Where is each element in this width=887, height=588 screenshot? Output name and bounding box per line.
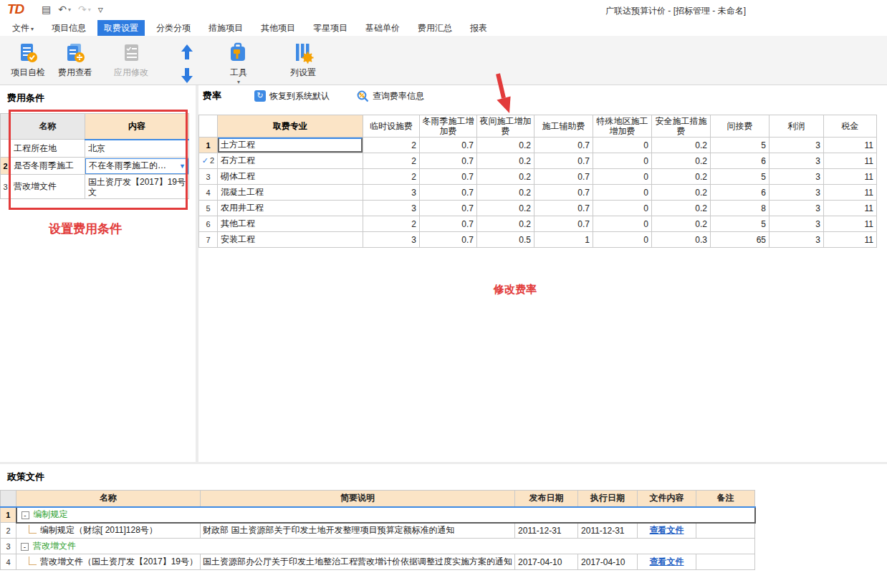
rate-value-cell[interactable]: 11 xyxy=(824,201,877,216)
rate-value-cell[interactable]: 3 xyxy=(769,153,824,169)
policy-note-cell[interactable] xyxy=(696,554,755,570)
rate-value-cell[interactable]: 3 xyxy=(363,201,420,216)
rate-value-cell[interactable]: 5 xyxy=(711,169,769,185)
rate-row-header[interactable]: 3 xyxy=(199,169,218,185)
policy-group-row[interactable]: -营改增文件 xyxy=(16,539,755,554)
rate-value-cell[interactable]: 0.7 xyxy=(534,216,593,232)
rate-value-cell[interactable]: 0.7 xyxy=(420,138,477,153)
policy-publish-date-cell[interactable]: 2017-04-10 xyxy=(515,554,578,570)
rate-value-cell[interactable]: 0.7 xyxy=(534,169,593,185)
move-down-button[interactable] xyxy=(181,67,193,83)
rate-value-cell[interactable]: 5 xyxy=(711,216,769,232)
policy-execute-date-cell[interactable]: 2011-12-31 xyxy=(578,523,638,539)
collapse-minus-icon[interactable]: - xyxy=(21,543,29,551)
policy-group-row[interactable]: -编制规定 xyxy=(16,507,755,523)
menu-tab-文件[interactable]: 文件▾ xyxy=(6,20,40,37)
rate-value-cell[interactable]: 5 xyxy=(711,138,769,153)
rate-profession-cell[interactable]: 混凝土工程 xyxy=(218,185,363,201)
rate-value-cell[interactable]: 0 xyxy=(593,232,652,248)
policy-note-cell[interactable] xyxy=(696,523,755,539)
rate-row-header[interactable]: 6 xyxy=(199,216,218,232)
rate-row-header[interactable]: ✓2 xyxy=(199,153,218,169)
view-file-link[interactable]: 查看文件 xyxy=(650,525,684,535)
fee-name-cell[interactable]: 营改增文件 xyxy=(11,175,85,199)
rate-value-cell[interactable]: 0.7 xyxy=(420,232,477,248)
rate-profession-cell[interactable]: 砌体工程 xyxy=(218,169,363,185)
restore-defaults-button[interactable]: ↻ 恢复到系统默认 xyxy=(254,90,330,102)
rate-profession-cell[interactable]: 土方工程 xyxy=(218,138,363,153)
policy-row-header[interactable]: 2 xyxy=(1,523,16,539)
rate-value-cell[interactable]: 0 xyxy=(593,153,652,169)
undo-button[interactable]: ↶▾ xyxy=(58,4,71,15)
rate-value-cell[interactable]: 0.2 xyxy=(477,138,534,153)
rate-value-cell[interactable]: 0.7 xyxy=(420,185,477,201)
rate-row-header[interactable]: 1 xyxy=(199,138,218,153)
fee-row-header[interactable]: 2 xyxy=(1,158,11,175)
rate-value-cell[interactable]: 0.7 xyxy=(420,216,477,232)
policy-summary-cell[interactable]: 国土资源部办公厅关于印发土地整治工程营改增计价依据调整过度实施方案的通知 xyxy=(201,554,515,570)
tools-button[interactable]: 工具 ▾ xyxy=(215,40,262,85)
rate-profession-cell[interactable]: 安装工程 xyxy=(218,232,363,248)
rate-value-cell[interactable]: 0 xyxy=(593,185,652,201)
fee-value-dropdown[interactable]: 不在冬雨季施工的…▼ xyxy=(85,158,189,175)
rate-value-cell[interactable]: 0 xyxy=(593,138,652,153)
policy-row-header[interactable]: 1 xyxy=(1,507,16,523)
rate-profession-cell[interactable]: 石方工程 xyxy=(218,153,363,169)
rate-value-cell[interactable]: 11 xyxy=(824,216,877,232)
rate-value-cell[interactable]: 3 xyxy=(769,232,824,248)
rate-value-cell[interactable]: 0.2 xyxy=(477,201,534,216)
rate-row-header[interactable]: 7 xyxy=(199,232,218,248)
fee-name-cell[interactable]: 是否冬雨季施工 xyxy=(11,158,85,175)
rate-value-cell[interactable]: 0.2 xyxy=(652,169,711,185)
policy-publish-date-cell[interactable]: 2011-12-31 xyxy=(515,523,578,539)
rate-value-cell[interactable]: 3 xyxy=(769,185,824,201)
fee-row-header[interactable] xyxy=(1,140,11,158)
rate-value-cell[interactable]: 0.2 xyxy=(477,169,534,185)
rate-value-cell[interactable]: 0.2 xyxy=(652,216,711,232)
rate-value-cell[interactable]: 2 xyxy=(363,169,420,185)
rate-value-cell[interactable]: 3 xyxy=(769,169,824,185)
policy-row-header[interactable]: 4 xyxy=(1,554,16,570)
rate-value-cell[interactable]: 2 xyxy=(363,153,420,169)
fee-view-button[interactable]: 费用查看 xyxy=(52,40,99,79)
policy-execute-date-cell[interactable]: 2017-04-10 xyxy=(578,554,638,570)
rate-value-cell[interactable]: 0.7 xyxy=(420,153,477,169)
rate-value-cell[interactable]: 3 xyxy=(769,216,824,232)
rate-value-cell[interactable]: 0.7 xyxy=(534,185,593,201)
rate-value-cell[interactable]: 3 xyxy=(769,138,824,153)
collapse-minus-icon[interactable]: - xyxy=(21,511,29,519)
policy-summary-cell[interactable]: 财政部 国土资源部关于印发土地开发整理项目预算定额标准的通知 xyxy=(201,523,515,539)
rate-value-cell[interactable]: 0 xyxy=(593,169,652,185)
rate-profession-cell[interactable]: 其他工程 xyxy=(218,216,363,232)
rate-value-cell[interactable]: 11 xyxy=(824,153,877,169)
menu-tab-零星项目[interactable]: 零星项目 xyxy=(307,20,354,37)
project-self-check-button[interactable]: 项目自检 xyxy=(4,40,52,79)
query-rate-info-button[interactable]: 查询费率信息 xyxy=(357,90,424,102)
fee-value-cell[interactable]: 国土资厅发【2017】19号文 xyxy=(85,175,189,199)
rate-value-cell[interactable]: 0.7 xyxy=(534,153,593,169)
rate-value-cell[interactable]: 2 xyxy=(363,216,420,232)
rate-value-cell[interactable]: 8 xyxy=(711,201,769,216)
menu-tab-分类分项[interactable]: 分类分项 xyxy=(150,20,197,37)
menu-tab-措施项目[interactable]: 措施项目 xyxy=(202,20,249,37)
menu-tab-项目信息[interactable]: 项目信息 xyxy=(45,20,92,37)
rate-value-cell[interactable]: 11 xyxy=(824,185,877,201)
rate-value-cell[interactable]: 3 xyxy=(363,185,420,201)
fee-row-header[interactable]: 3 xyxy=(1,175,11,199)
rate-value-cell[interactable]: 0.2 xyxy=(652,153,711,169)
rate-value-cell[interactable]: 0.2 xyxy=(477,185,534,201)
menu-tab-取费设置[interactable]: 取费设置 xyxy=(97,20,145,37)
rate-value-cell[interactable]: 0.7 xyxy=(534,138,593,153)
rate-row-header[interactable]: 5 xyxy=(199,201,218,216)
move-up-button[interactable] xyxy=(181,44,193,60)
policy-name-cell[interactable]: 营改增文件（国土资厅发【2017】19号） xyxy=(16,554,201,570)
rate-value-cell[interactable]: 0.5 xyxy=(477,232,534,248)
rate-value-cell[interactable]: 0.2 xyxy=(652,201,711,216)
rate-value-cell[interactable]: 0.2 xyxy=(477,216,534,232)
rate-value-cell[interactable]: 0 xyxy=(593,201,652,216)
customize-quick-access-button[interactable]: ▿ xyxy=(98,4,103,15)
rate-value-cell[interactable]: 11 xyxy=(824,138,877,153)
rate-value-cell[interactable]: 11 xyxy=(824,169,877,185)
winter-construction-select[interactable]: 不在冬雨季施工的…▼ xyxy=(85,158,188,174)
rate-value-cell[interactable]: 0.3 xyxy=(652,232,711,248)
